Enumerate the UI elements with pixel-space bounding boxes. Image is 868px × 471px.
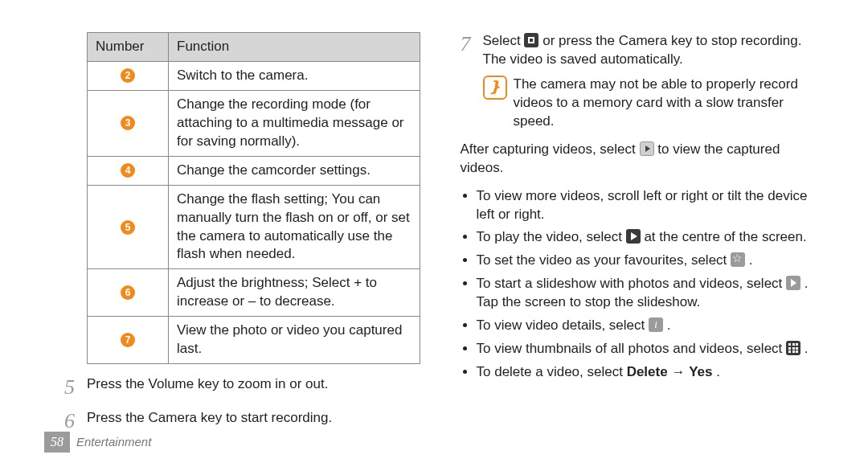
- play-thumbnail-icon: [640, 141, 654, 156]
- row-function-cell: View the photo or video you captured las…: [169, 317, 420, 364]
- circled-number-icon: 7: [121, 333, 135, 347]
- step-7: 7 Select or press the Camera key to stop…: [461, 32, 825, 69]
- row-function-cell: Adjust the brightness; Select + to incre…: [169, 269, 420, 317]
- row-number-cell: 3: [88, 90, 169, 156]
- text-fragment: .: [805, 341, 809, 356]
- step-5: 5 Press the Volume key to zoom in or out…: [64, 375, 420, 398]
- page-body: Number Function 2 Switch to the camera. …: [0, 0, 868, 426]
- table-row: 7 View the photo or video you captured l…: [88, 317, 420, 364]
- table-row: 6 Adjust the brightness; Select + to inc…: [88, 269, 420, 317]
- list-item: To play the video, select at the centre …: [477, 228, 825, 247]
- text-fragment: Select: [483, 33, 525, 48]
- list-item: To start a slideshow with photos and vid…: [477, 275, 825, 312]
- grid-icon: [786, 341, 800, 355]
- info-icon: [649, 317, 663, 332]
- step-text: Press the Camera key to start recording.: [87, 409, 420, 432]
- right-column: 7 Select or press the Camera key to stop…: [444, 32, 825, 426]
- table-row: 3 Change the recording mode (for attachi…: [88, 90, 420, 156]
- circled-number-icon: 3: [121, 116, 135, 130]
- row-function-cell: Switch to the camera.: [169, 61, 420, 90]
- table-header-row: Number Function: [88, 33, 420, 62]
- table-row: 2 Switch to the camera.: [88, 61, 420, 90]
- play-icon: [626, 229, 641, 244]
- bold-text: Delete: [627, 364, 668, 379]
- list-item: To view video details, select .: [477, 317, 825, 335]
- slideshow-icon: [786, 276, 800, 290]
- note-text: The camera may not be able to properly r…: [514, 76, 825, 131]
- text-fragment: To view thumbnails of all photos and vid…: [477, 341, 787, 356]
- text-fragment: at the centre of the screen.: [644, 229, 806, 244]
- text-fragment: After capturing videos, select: [461, 141, 640, 157]
- th-function: Function: [169, 33, 420, 62]
- row-number-cell: 5: [88, 185, 169, 269]
- step-text: Press the Volume key to zoom in or out.: [87, 375, 420, 398]
- row-number-cell: 7: [88, 317, 169, 364]
- row-number-cell: 2: [88, 61, 169, 90]
- text-fragment: To start a slideshow with photos and vid…: [477, 276, 787, 291]
- section-name: Entertainment: [76, 434, 151, 450]
- row-function-cell: Change the recording mode (for attaching…: [169, 90, 420, 156]
- row-function-cell: Change the flash setting; You can manual…: [169, 185, 420, 269]
- step-number: 5: [64, 375, 87, 398]
- circled-number-icon: 4: [121, 163, 135, 178]
- function-table: Number Function 2 Switch to the camera. …: [87, 32, 420, 364]
- list-item: To delete a video, select Delete → Yes .: [477, 363, 825, 382]
- list-item: To set the video as your favourites, sel…: [477, 252, 825, 270]
- text-fragment: To delete a video, select: [477, 364, 627, 379]
- text-fragment: .: [667, 317, 671, 333]
- circled-number-icon: 5: [121, 220, 135, 235]
- step-number: 7: [461, 32, 483, 69]
- text-fragment: To view video details, select: [477, 317, 649, 333]
- list-item: To view thumbnails of all photos and vid…: [477, 340, 825, 358]
- text-fragment: To play the video, select: [477, 229, 626, 244]
- circled-number-icon: 6: [121, 285, 135, 300]
- step-text: Select or press the Camera key to stop r…: [483, 32, 825, 69]
- table-row: 4 Change the camcorder settings.: [88, 156, 420, 185]
- row-number-cell: 4: [88, 156, 169, 185]
- star-icon: [731, 252, 745, 267]
- text-fragment: To set the video as your favourites, sel…: [477, 252, 731, 268]
- note-block: ❵ The camera may not be able to properly…: [483, 76, 825, 131]
- text-fragment: →: [671, 364, 689, 379]
- text-fragment: .: [749, 252, 753, 268]
- page-number: 58: [44, 432, 70, 453]
- note-icon: ❵: [483, 76, 507, 100]
- step-6: 6 Press the Camera key to start recordin…: [64, 409, 420, 432]
- circled-number-icon: 2: [121, 68, 135, 83]
- text-fragment: .: [716, 364, 720, 379]
- left-column: Number Function 2 Switch to the camera. …: [64, 32, 444, 426]
- bold-text: Yes: [689, 364, 712, 379]
- table-row: 5 Change the flash setting; You can manu…: [88, 185, 420, 269]
- bullet-list: To view more videos, scroll left or righ…: [461, 187, 825, 382]
- note-icon-wrapper: ❵: [483, 76, 514, 131]
- row-function-cell: Change the camcorder settings.: [169, 156, 420, 185]
- step-number: 6: [64, 409, 87, 432]
- list-item: To view more videos, scroll left or righ…: [477, 187, 825, 224]
- th-number: Number: [88, 33, 169, 62]
- row-number-cell: 6: [88, 269, 169, 317]
- after-capture-text: After capturing videos, select to view t…: [461, 141, 825, 178]
- stop-icon: [524, 33, 538, 47]
